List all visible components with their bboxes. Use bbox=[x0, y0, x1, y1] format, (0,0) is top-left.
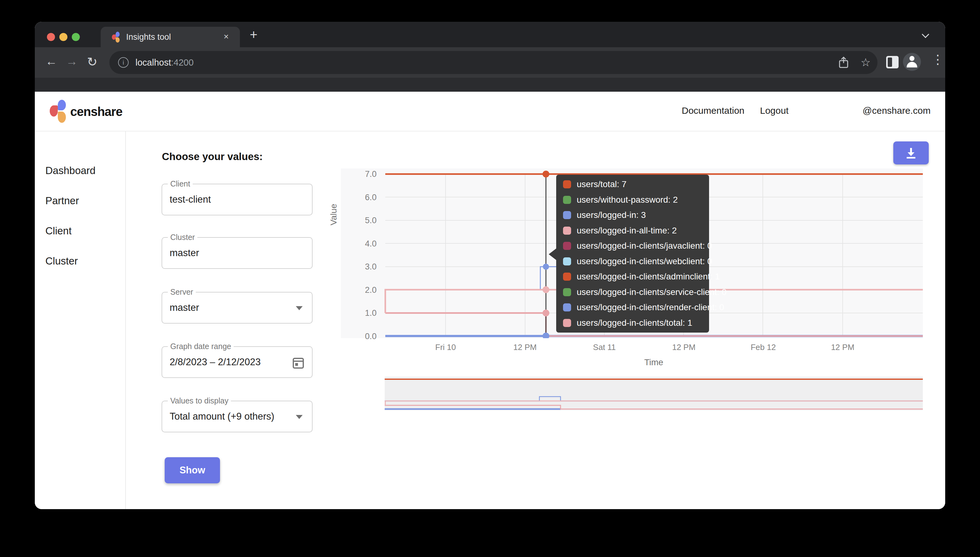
close-tab-icon[interactable]: × bbox=[224, 32, 229, 42]
client-field[interactable]: Client test-client bbox=[162, 184, 312, 215]
values-select-value[interactable]: Total amount (+9 others) bbox=[170, 401, 275, 432]
x-tick-label: 12 PM bbox=[824, 342, 861, 352]
chevron-down-icon[interactable] bbox=[296, 306, 302, 310]
sidebar: DashboardPartnerClientCluster bbox=[35, 131, 126, 509]
x-tick-label: Fri 10 bbox=[427, 342, 464, 352]
y-tick-label: 0.0 bbox=[365, 332, 377, 340]
series-color-swatch bbox=[563, 319, 571, 327]
tooltip-row: users/logged-in: 3 bbox=[563, 210, 709, 220]
show-button[interactable]: Show bbox=[165, 457, 220, 483]
tooltip-row: users/logged-in-clients/service-client: … bbox=[563, 288, 709, 297]
tab-search-chevron-icon[interactable] bbox=[922, 31, 928, 37]
sidebar-item[interactable]: Partner bbox=[46, 195, 125, 207]
censhare-favicon-icon bbox=[112, 32, 121, 42]
cluster-field[interactable]: Cluster master bbox=[162, 237, 312, 269]
sidebar-item[interactable]: Dashboard bbox=[46, 165, 125, 176]
brand-name: censhare bbox=[70, 105, 122, 119]
close-window-button[interactable] bbox=[47, 33, 55, 41]
tooltip-row: users/logged-in-clients/total: 1 bbox=[563, 318, 709, 327]
censhare-logo[interactable]: censhare bbox=[50, 100, 152, 124]
date-range-field[interactable]: Graph date range 2/8/2023 – 2/12/2023 bbox=[162, 346, 312, 378]
calendar-icon[interactable] bbox=[292, 356, 304, 370]
chart-tooltip: users/total: 7 users/without-password: 2… bbox=[556, 175, 709, 332]
date-range-value[interactable]: 2/8/2023 – 2/12/2023 bbox=[170, 347, 261, 377]
share-icon[interactable] bbox=[838, 56, 849, 69]
forward-button[interactable]: → bbox=[66, 55, 78, 68]
sidebar-item[interactable]: Cluster bbox=[46, 256, 125, 267]
server-select-value[interactable]: master bbox=[170, 293, 199, 323]
tooltip-row: users/logged-in-clients/webclient: 0 bbox=[563, 257, 709, 266]
y-tick-label: 4.0 bbox=[365, 239, 377, 248]
tooltip-series-label: users/total: 7 bbox=[577, 179, 626, 189]
y-tick-label: 6.0 bbox=[365, 193, 377, 202]
page-content: censhare Documentation Logout @censhare.… bbox=[35, 92, 945, 509]
reload-button[interactable]: ↻ bbox=[87, 55, 98, 69]
new-tab-button[interactable]: + bbox=[250, 28, 258, 42]
tooltip-row: users/logged-in-clients/render-client: 0 bbox=[563, 303, 709, 312]
series-color-swatch bbox=[563, 288, 571, 296]
site-info-icon[interactable]: i bbox=[118, 57, 128, 68]
url-text[interactable]: localhost:4200 bbox=[135, 57, 193, 68]
tooltip-series-label: users/logged-in-clients/webclient: 0 bbox=[577, 256, 712, 266]
tooltip-row: users/logged-in-all-time: 2 bbox=[563, 226, 709, 235]
minimize-window-button[interactable] bbox=[59, 33, 67, 41]
y-axis-title: Value bbox=[329, 204, 339, 225]
cluster-field-value[interactable]: master bbox=[170, 238, 199, 268]
x-axis-title: Time bbox=[622, 357, 685, 367]
x-axis-ticks: Fri 1012 PMSat 1112 PMFeb 1212 PM bbox=[427, 342, 861, 352]
download-chart-button[interactable] bbox=[893, 142, 929, 164]
tooltip-series-label: users/logged-in-all-time: 2 bbox=[577, 226, 677, 236]
bookmark-star-icon[interactable]: ☆ bbox=[861, 56, 871, 69]
series-color-swatch bbox=[563, 303, 571, 311]
tooltip-row: users/total: 7 bbox=[563, 180, 709, 189]
series-color-swatch bbox=[563, 196, 571, 204]
side-panel-icon[interactable] bbox=[886, 56, 899, 68]
nav-logout[interactable]: Logout bbox=[760, 105, 788, 116]
series-color-swatch bbox=[563, 180, 571, 188]
hover-dot-all-time bbox=[543, 286, 549, 293]
browser-menu-icon[interactable]: ⋮ bbox=[931, 52, 944, 67]
y-tick-label: 1.0 bbox=[365, 309, 377, 318]
bookmarks-bar bbox=[35, 78, 945, 92]
app-header: censhare Documentation Logout @censhare.… bbox=[35, 92, 945, 132]
tooltip-series-label: users/logged-in-clients/render-client: 0 bbox=[577, 303, 724, 313]
profile-avatar[interactable] bbox=[903, 53, 921, 71]
series-color-swatch bbox=[563, 273, 571, 281]
back-button[interactable]: ← bbox=[46, 55, 57, 68]
form-title: Choose your values: bbox=[162, 151, 263, 163]
tooltip-row: users/logged-in-clients/javaclient: 0 bbox=[563, 241, 709, 251]
series-color-swatch bbox=[563, 211, 571, 219]
browser-tab[interactable]: Insights tool × bbox=[101, 27, 240, 47]
y-tick-label: 5.0 bbox=[365, 216, 377, 225]
y-tick-label: 2.0 bbox=[365, 286, 377, 294]
chevron-down-icon[interactable] bbox=[296, 415, 302, 419]
y-tick-label: 3.0 bbox=[365, 262, 377, 271]
address-bar[interactable]: i localhost:4200 ☆ bbox=[109, 51, 878, 74]
overview-chart-svg[interactable] bbox=[385, 377, 923, 410]
x-tick-label: 12 PM bbox=[665, 342, 702, 352]
x-tick-label: Feb 12 bbox=[744, 342, 782, 352]
series-color-swatch bbox=[563, 242, 571, 250]
download-icon bbox=[904, 146, 918, 160]
tooltip-series-label: users/logged-in-clients/service-client: … bbox=[577, 287, 726, 297]
y-axis-ticks: 7.06.05.04.03.02.01.00.0 bbox=[349, 170, 377, 340]
x-tick-label: 12 PM bbox=[507, 342, 544, 352]
nav-documentation[interactable]: Documentation bbox=[682, 105, 744, 116]
desktop-background: Insights tool × + ← → ↻ i localhost:4200 bbox=[0, 0, 980, 557]
sidebar-item[interactable]: Client bbox=[46, 225, 125, 236]
y-tick-label: 7.0 bbox=[365, 170, 377, 178]
client-field-value[interactable]: test-client bbox=[170, 184, 211, 215]
series-color-swatch bbox=[563, 226, 571, 235]
tab-title: Insights tool bbox=[126, 32, 171, 42]
hover-dot-logged-in bbox=[543, 264, 549, 270]
tooltip-series-label: users/logged-in: 3 bbox=[577, 210, 646, 220]
maximize-window-button[interactable] bbox=[72, 33, 80, 41]
x-tick-label: Sat 11 bbox=[586, 342, 623, 352]
browser-window: Insights tool × + ← → ↻ i localhost:4200 bbox=[35, 22, 945, 509]
hover-dot-total bbox=[543, 171, 549, 178]
values-select[interactable]: Values to display Total amount (+9 other… bbox=[162, 401, 312, 432]
tooltip-series-label: users/without-password: 2 bbox=[577, 195, 678, 205]
tooltip-series-label: users/logged-in-clients/total: 1 bbox=[577, 318, 692, 328]
server-select[interactable]: Server master bbox=[162, 292, 312, 324]
series-color-swatch bbox=[563, 257, 571, 265]
